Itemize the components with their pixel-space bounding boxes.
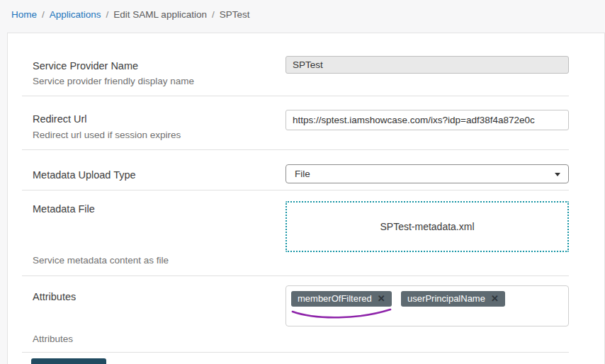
- metadata-upload-type-selected-value: File: [295, 169, 310, 179]
- redirect-url-label: Redirect Url: [33, 113, 87, 125]
- attribute-tag: userPrincipalName ✕: [401, 291, 505, 307]
- divider: [22, 190, 569, 190]
- redirect-url-helper: Redirect url used if session expires: [33, 130, 181, 140]
- metadata-file-dropzone[interactable]: SPTest-metadata.xml: [285, 201, 569, 252]
- metadata-file-helper: Service metadata content as file: [33, 255, 169, 266]
- remove-tag-icon[interactable]: ✕: [378, 294, 385, 303]
- breadcrumb-item-sptest: SPTest: [220, 9, 250, 20]
- breadcrumb-separator: /: [212, 9, 215, 20]
- attribute-tag-label: userPrincipalName: [407, 293, 485, 304]
- chevron-down-icon: [555, 173, 560, 176]
- divider: [22, 96, 569, 96]
- breadcrumb-separator: /: [106, 9, 109, 20]
- divider: [22, 352, 569, 353]
- divider: [22, 149, 569, 150]
- attribute-tag-label: memberOfFiltered: [298, 293, 372, 304]
- attributes-input-box[interactable]: memberOfFiltered ✕ userPrincipalName ✕: [285, 285, 569, 326]
- service-provider-name-input[interactable]: [285, 56, 569, 74]
- save-button[interactable]: [31, 358, 106, 364]
- breadcrumb: Home / Applications / Edit SAML applicat…: [11, 9, 249, 20]
- metadata-upload-type-select[interactable]: File: [285, 164, 569, 183]
- metadata-upload-type-label: Metadata Upload Type: [33, 169, 136, 181]
- breadcrumb-separator: /: [42, 9, 45, 20]
- divider: [22, 275, 569, 276]
- metadata-file-label: Metadata File: [33, 203, 95, 215]
- breadcrumb-item-edit-saml-application: Edit SAML application: [113, 9, 207, 20]
- redirect-url-input[interactable]: [285, 110, 569, 130]
- page: Home / Applications / Edit SAML applicat…: [0, 0, 605, 364]
- attributes-helper: Attributes: [33, 334, 73, 344]
- attribute-tag: memberOfFiltered ✕: [291, 291, 392, 307]
- breadcrumb-link-home[interactable]: Home: [11, 9, 37, 20]
- breadcrumb-link-applications[interactable]: Applications: [50, 9, 101, 20]
- metadata-file-name: SPTest-metadata.xml: [380, 221, 474, 232]
- remove-tag-icon[interactable]: ✕: [491, 294, 499, 303]
- service-provider-name-label: Service Provider Name: [33, 60, 138, 72]
- attributes-label: Attributes: [33, 291, 76, 302]
- service-provider-name-helper: Service provider friendly display name: [33, 76, 194, 86]
- edit-application-card: Service Provider Name Service provider f…: [7, 33, 605, 364]
